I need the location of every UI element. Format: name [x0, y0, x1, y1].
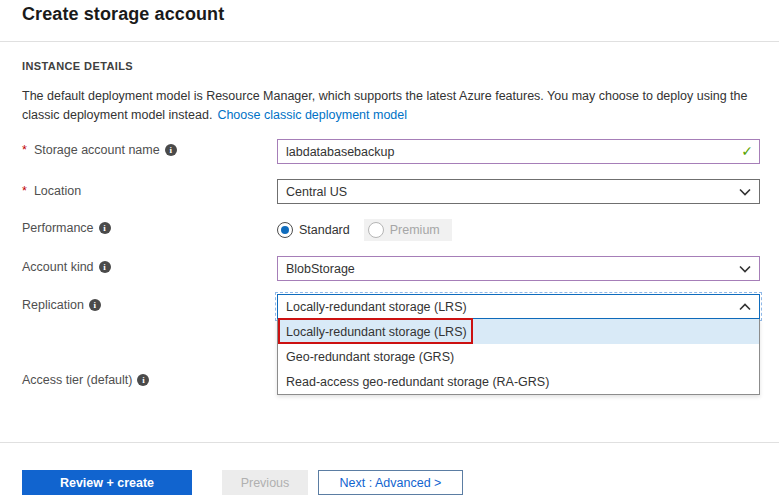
footer-divider: [0, 442, 779, 443]
replication-dropdown-list: Locally-redundant storage (LRS) Geo-redu…: [277, 319, 760, 395]
performance-option-standard[interactable]: Standard: [277, 222, 350, 238]
create-storage-account-blade: Create storage account INSTANCE DETAILS …: [0, 0, 779, 502]
check-icon: ✓: [741, 143, 753, 159]
storage-account-name-field-wrap: ✓: [277, 139, 760, 164]
replication-option-lrs[interactable]: Locally-redundant storage (LRS): [278, 319, 759, 344]
replication-option-label: Locally-redundant storage (LRS): [286, 325, 467, 339]
performance-label-text: Performance: [22, 221, 94, 235]
choose-classic-deployment-link[interactable]: Choose classic deployment model: [217, 108, 407, 122]
radio-selected-icon: [277, 222, 293, 238]
account-kind-select[interactable]: BlobStorage: [277, 256, 760, 281]
performance-option-premium: Premium: [364, 219, 452, 241]
storage-account-name-input[interactable]: [277, 139, 760, 164]
access-tier-label-text: Access tier (default): [22, 373, 132, 387]
location-label-text: Location: [34, 184, 81, 198]
required-asterisk: *: [22, 143, 27, 157]
account-kind-selected-value: BlobStorage: [286, 262, 355, 276]
replication-select[interactable]: Locally-redundant storage (LRS): [277, 294, 760, 319]
chevron-up-icon: [739, 303, 751, 311]
location-select[interactable]: Central US: [277, 179, 760, 204]
info-icon[interactable]: i: [99, 261, 111, 273]
review-create-button[interactable]: Review + create: [22, 470, 192, 495]
replication-select-wrap: Locally-redundant storage (LRS): [277, 294, 760, 319]
header-divider: [0, 41, 779, 42]
next-advanced-button[interactable]: Next : Advanced >: [318, 470, 463, 495]
replication-option-ra-grs[interactable]: Read-access geo-redundant storage (RA-GR…: [278, 369, 759, 394]
chevron-down-icon: [739, 188, 751, 196]
previous-button: Previous: [222, 470, 308, 495]
page-title: Create storage account: [22, 4, 224, 25]
replication-label-text: Replication: [22, 298, 84, 312]
info-icon[interactable]: i: [89, 299, 101, 311]
deployment-model-description: The default deployment model is Resource…: [22, 87, 762, 125]
location-select-wrap: Central US: [277, 179, 760, 204]
replication-option-grs[interactable]: Geo-redundant storage (GRS): [278, 344, 759, 369]
account-kind-label-text: Account kind: [22, 260, 94, 274]
info-icon[interactable]: i: [137, 374, 149, 386]
replication-selected-value: Locally-redundant storage (LRS): [286, 300, 467, 314]
account-kind-label: Account kind i: [22, 260, 111, 274]
chevron-down-icon: [739, 265, 751, 273]
section-title-instance-details: INSTANCE DETAILS: [22, 60, 133, 72]
location-selected-value: Central US: [286, 185, 347, 199]
account-kind-select-wrap: BlobStorage: [277, 256, 760, 281]
replication-option-label: Read-access geo-redundant storage (RA-GR…: [286, 375, 549, 389]
radio-unselected-icon: [368, 222, 384, 238]
performance-premium-label: Premium: [390, 223, 440, 237]
location-label: * Location: [22, 184, 81, 198]
storage-account-name-label-text: Storage account name: [34, 143, 160, 157]
performance-label: Performance i: [22, 221, 111, 235]
performance-radio-group: Standard Premium: [277, 217, 452, 242]
required-asterisk: *: [22, 184, 27, 198]
info-icon[interactable]: i: [165, 144, 177, 156]
replication-label: Replication i: [22, 298, 101, 312]
info-icon[interactable]: i: [99, 222, 111, 234]
access-tier-label: Access tier (default) i: [22, 373, 149, 387]
storage-account-name-label: * Storage account name i: [22, 143, 177, 157]
replication-option-label: Geo-redundant storage (GRS): [286, 350, 454, 364]
performance-standard-label: Standard: [299, 223, 350, 237]
